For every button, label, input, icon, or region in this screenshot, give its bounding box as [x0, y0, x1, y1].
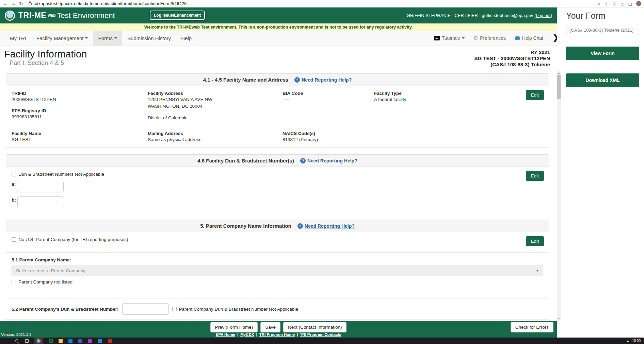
epa-registry-label: EPA Registry ID	[12, 108, 148, 113]
lock-icon	[29, 2, 32, 5]
nav-label: Forms	[98, 35, 113, 41]
help-link[interactable]: Need Reporting Help?	[307, 158, 357, 164]
help-link[interactable]: Need Reporting Help?	[305, 223, 355, 229]
facility-address-label: Facility Address	[148, 91, 283, 96]
mailing-address-value: Same as physical address	[148, 137, 283, 143]
preferences-button[interactable]: ⚙Preferences	[473, 35, 506, 41]
nav-utilities: ▶Tutorials ⚙Preferences Help Chat	[434, 31, 557, 46]
log-issue-button[interactable]: Log Issue/Enhancement	[150, 11, 205, 20]
dnb-field-a-row: a:	[12, 181, 543, 192]
logout-link[interactable]: Log out	[536, 13, 550, 18]
page-subtitle: Part I, Section 4 & 5	[10, 59, 87, 67]
address-bar[interactable]: cdxappstest.epacdx.net/cdx-trime-uni/act…	[27, 1, 594, 6]
panel-body: Edit TRIFID 2000WSGTST12PEN EPA Registry…	[6, 86, 549, 148]
help-chat-button[interactable]: Help Chat	[515, 35, 543, 41]
parent-not-listed-checkbox[interactable]	[12, 280, 16, 284]
nav-item-forms[interactable]: Forms	[93, 31, 122, 46]
file-explorer-icon[interactable]	[58, 339, 63, 343]
nav-item-my-tri[interactable]: My TRI	[5, 31, 31, 46]
windows-start-icon[interactable]	[5, 339, 9, 343]
profile-avatar[interactable]	[636, 1, 641, 6]
scrollbar-thumb[interactable]	[557, 75, 561, 99]
panel-body: Edit Dun & Bradstreet Numbers Not Applic…	[6, 167, 549, 213]
form-content: 4.1 - 4.5 Facility Name and Address ?Nee…	[0, 71, 557, 321]
edit-parent-company-button[interactable]: Edit	[526, 236, 544, 246]
app-icon-blue[interactable]	[98, 339, 102, 343]
outlook-icon[interactable]	[68, 339, 73, 343]
chrome-taskbar-item[interactable]	[34, 338, 43, 344]
caret-down-icon	[536, 270, 539, 272]
prev-button[interactable]: Prev (Form Home)	[210, 322, 258, 332]
footer-link-tri-program-contacts[interactable]: TRI Program Contacts	[300, 332, 341, 337]
extensions-icon[interactable]: ⛬	[621, 1, 624, 6]
facility-name-value: SG TEST	[12, 137, 148, 143]
panel-header: 5. Parent Company Name Information ?Need…	[6, 220, 549, 232]
dnb-not-applicable-label: Dun & Bradstreet Numbers Not Applicable	[18, 172, 104, 177]
section-title: 4.1 - 4.5 Facility Name and Address	[203, 77, 288, 83]
taskbar-clock[interactable]: 10:00	[632, 339, 643, 343]
bookmark-star-icon[interactable]: ☆	[612, 1, 617, 6]
scroll-down-arrow-icon[interactable]: ▼	[557, 317, 561, 321]
parent-dnb-na-checkbox[interactable]	[172, 307, 177, 311]
brand-name: TRI-ME	[18, 11, 46, 20]
teams-icon[interactable]	[78, 339, 82, 343]
no-parent-company-checkbox[interactable]	[12, 237, 16, 242]
page-title: Facility Information	[4, 49, 87, 59]
zoom-icon[interactable]: ⌕	[597, 1, 600, 6]
need-reporting-help[interactable]: ?Need Reporting Help?	[300, 158, 357, 164]
share-icon[interactable]: ⇧	[604, 1, 608, 6]
dnb-a-input[interactable]	[17, 181, 64, 192]
tutorials-menu[interactable]: ▶Tutorials	[434, 35, 465, 41]
footer-link-epa-home[interactable]: EPA Home	[215, 332, 235, 337]
vertical-scrollbar[interactable]: ▲ ▼	[557, 71, 561, 321]
edit-dnb-button[interactable]: Edit	[526, 171, 544, 181]
your-form-sidebar: Your Form (CAS# 108-88-3) Toluene (2021)…	[561, 7, 644, 338]
nav-item-help[interactable]: Help	[176, 31, 197, 46]
parent-dnb-na-label: Parent Company Dun & Bradstreet Number N…	[179, 307, 298, 312]
tray-expand-icon[interactable]: ▲	[626, 339, 629, 343]
page-title-block: Facility Information Part I, Section 4 &…	[4, 49, 87, 71]
bia-code-field: BIA Code -----	[283, 91, 374, 121]
download-xml-button[interactable]: Download XML	[566, 73, 639, 87]
taskbar-search-icon[interactable]	[15, 339, 19, 343]
footer-link-tri-program-home[interactable]: TRI Program Home	[259, 332, 295, 337]
footer-link-mycdx[interactable]: MyCDX	[240, 332, 254, 337]
form-footer: Prev (Form Home) Save Next (Contact Info…	[0, 321, 557, 338]
check-for-errors-button[interactable]: Check for Errors	[511, 322, 553, 332]
caret-down-icon	[462, 37, 465, 39]
link-separator: |	[297, 332, 298, 337]
app-icon-red[interactable]	[108, 339, 112, 343]
save-button[interactable]: Save	[260, 322, 280, 332]
back-icon[interactable]: ←	[3, 1, 7, 6]
edit-facility-button[interactable]: Edit	[526, 90, 544, 100]
parent-dnb-na-row: Parent Company Dun & Bradstreet Number N…	[172, 307, 298, 312]
facility-name-label: Facility Name	[12, 131, 148, 136]
scroll-up-arrow-icon[interactable]: ▲	[557, 71, 561, 75]
task-view-icon[interactable]	[25, 339, 29, 343]
refresh-icon[interactable]: ↻	[19, 1, 23, 6]
chat-bubble-icon	[515, 36, 520, 40]
app-icon-green[interactable]	[48, 339, 53, 343]
next-button[interactable]: Next (Contact Information)	[283, 322, 347, 332]
parent-company-select[interactable]: Select or enter a Parent Company	[12, 265, 543, 276]
form-select[interactable]: (CAS# 108-88-3) Toluene (2021)	[566, 25, 639, 35]
facility-name-field: Facility Name SG TEST	[12, 131, 148, 143]
forward-icon[interactable]: →	[11, 1, 16, 6]
puzzle-icon[interactable]: ◻	[628, 1, 632, 6]
report-info: RY 2021 SG TEST - 2000WSGTST12PEN (CAS# …	[474, 49, 550, 71]
url-text[interactable]: cdxappstest.epacdx.net/cdx-trime-uni/act…	[34, 1, 187, 6]
help-link[interactable]: Need Reporting Help?	[302, 77, 352, 83]
nav-item-submission-history[interactable]: Submission History	[122, 31, 176, 46]
sidebar-title: Your Form	[566, 11, 639, 21]
view-form-button[interactable]: View Form	[566, 47, 639, 60]
parent-dnb-input[interactable]	[122, 303, 169, 315]
need-reporting-help[interactable]: ?Need Reporting Help?	[294, 77, 352, 83]
dnb-b-input[interactable]	[17, 196, 64, 208]
need-reporting-help[interactable]: ?Need Reporting Help?	[297, 223, 355, 229]
nav-item-facility-management[interactable]: Facility Management	[31, 31, 93, 46]
caret-down-icon	[114, 37, 117, 39]
footer-buttons: Prev (Form Home) Save Next (Contact Info…	[0, 322, 557, 332]
app-icon-purple[interactable]	[88, 339, 92, 343]
dnb-not-applicable-checkbox[interactable]	[12, 172, 16, 176]
user-info-suffix: )	[551, 13, 552, 18]
